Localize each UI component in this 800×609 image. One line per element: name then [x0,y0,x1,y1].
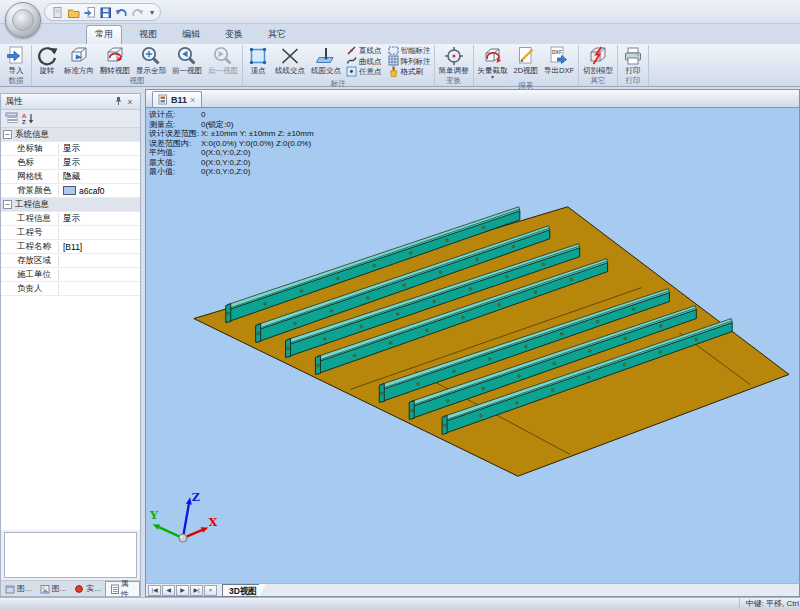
info-value: 0(X:0,Y:0,Z:0) [201,158,250,168]
property-row-projname[interactable]: 工程名称 [B11] [1,240,140,254]
tab-changyong[interactable]: 常用 [86,25,122,44]
export-dxf-button[interactable]: DXF 导出DXF [541,45,577,75]
cut-model-button[interactable]: 切割模型 [580,45,616,75]
flip-view-icon [104,45,126,66]
document-icon [158,94,168,105]
property-value[interactable]: 显示 [59,143,140,155]
property-value[interactable]: 显示 [59,213,140,225]
property-value[interactable]: 显示 [59,157,140,169]
property-row-gridline[interactable]: 网格线 隐藏 [1,170,140,184]
document-tab-bar: B11 × [145,89,800,107]
panel-tab-label: 实... [86,583,101,594]
application-menu-button[interactable] [5,2,41,38]
application-logo-icon [12,9,34,31]
next-tab-button[interactable]: ▶ [176,585,189,596]
import-button[interactable]: 导入 [2,45,30,75]
property-row-colorbar[interactable]: 色标 显示 [1,156,140,170]
property-value[interactable]: 隐藏 [59,171,140,183]
panel-tab-measured[interactable]: 实... [70,581,105,596]
categorized-view-icon[interactable] [5,112,18,126]
vertex-button[interactable]: 顶点 [244,45,272,75]
document-tab-b11[interactable]: B11 × [152,91,202,107]
new-icon[interactable] [51,6,64,19]
redo-icon[interactable] [131,6,144,19]
property-row-bgcolor[interactable]: 背景颜色 a6caf0 [1,184,140,198]
line-line-icon [279,45,301,66]
collapse-icon[interactable]: − [3,130,12,139]
format-brush-button[interactable]: 格式刷 [386,67,433,78]
section-system-info[interactable]: − 系统信息 [1,128,140,142]
properties-panel-header: 属性 × [1,94,140,110]
property-label: 负责人 [1,283,59,295]
property-row-company[interactable]: 施工单位 [1,268,140,282]
prev-tab-button[interactable]: ◀ [162,585,175,596]
property-value[interactable]: [B11] [59,242,140,252]
last-view-button[interactable]: ▶| [190,585,203,596]
import-icon[interactable] [83,6,96,19]
info-label: 平均值: [149,148,201,158]
button-label: 线线交点 [275,66,305,75]
button-label: 曲线点 [359,57,382,67]
scene-3d-model[interactable]: XYZ [146,108,799,583]
property-row-axis[interactable]: 坐标轴 显示 [1,142,140,156]
view-2d-button[interactable]: 2D视图 [511,45,542,75]
rotate-button[interactable]: 旋转 [33,45,61,75]
pin-icon[interactable] [112,96,124,108]
next-view-icon [212,45,234,66]
collapse-icon[interactable]: − [3,200,12,209]
previous-view-button[interactable]: 前一视图 [169,45,205,75]
zoom-all-icon [140,45,162,66]
flip-view-button[interactable]: 翻转视图 [97,45,133,75]
panel-tab-graphics[interactable]: 图... [36,581,71,596]
standard-orientation-button[interactable]: 标准方向 [61,45,97,75]
panel-tab-layers[interactable]: 图... [1,581,36,596]
next-view-button[interactable]: 后一视图 [205,45,241,75]
info-value: 0(X:0,Y:0,Z:0) [201,167,250,177]
tab-bianji[interactable]: 编辑 [174,26,208,44]
tab-shitu[interactable]: 视图 [131,26,165,44]
tab-bianhuan[interactable]: 变换 [217,26,251,44]
open-folder-icon[interactable] [67,6,80,19]
property-row-projinfo[interactable]: 工程信息 显示 [1,212,140,226]
save-icon[interactable] [99,6,112,19]
property-label: 工程信息 [1,213,59,225]
undo-icon[interactable] [115,6,128,19]
svg-text:DXF: DXF [552,49,562,55]
info-label: 设计误差范围: [149,129,201,139]
property-row-projno[interactable]: 工程号 [1,226,140,240]
bg-color-swatch[interactable] [63,186,76,195]
zoom-all-button[interactable]: 显示全部 [133,45,169,75]
property-label: 背景颜色 [1,185,59,197]
info-value: X:0(0.0%) Y:0(0.0%) Z:0(0.0%) [201,139,311,149]
any-point-button[interactable]: 任意点 [344,67,384,78]
section-project-info[interactable]: − 工程信息 [1,198,140,212]
viewport-3d[interactable]: XYZ 设计点:0 测量点:0(锁定:0) 设计误差范围:X: ±10mm Y:… [145,107,800,583]
close-icon[interactable]: × [190,96,195,104]
line-line-intersection-button[interactable]: 线线交点 [272,45,308,75]
qat-more-icon[interactable]: ▾ [147,8,154,17]
property-label: 色标 [1,157,59,169]
line-plane-intersection-button[interactable]: 线面交点 [308,45,344,75]
view-tab-3d[interactable]: 3D视图 [222,584,266,597]
properties-panel: 属性 × AZ − 系统信息 坐标轴 显示 色标 显示 [0,93,141,597]
vector-capture-button[interactable]: 矢量截取 ▾ [475,45,511,80]
panel-tab-properties[interactable]: 属性 [105,581,140,596]
first-view-button[interactable]: |◀ [148,585,161,596]
property-grid: − 系统信息 坐标轴 显示 色标 显示 网格线 隐藏 背景颜色 [1,128,140,296]
close-icon[interactable]: × [124,97,136,107]
button-label: 显示全部 [136,66,166,75]
simple-adjust-button[interactable]: 简单调整 [436,45,472,75]
properties-toolbar: AZ [1,110,140,128]
property-row-person[interactable]: 负责人 [1,282,140,296]
button-label: 切割模型 [583,66,613,75]
vertex-icon [247,45,269,66]
property-value[interactable]: a6caf0 [59,186,140,196]
property-row-area[interactable]: 存放区域 [1,254,140,268]
panel-title: 属性 [5,95,112,108]
close-view-button[interactable]: × [204,585,217,596]
print-button[interactable]: 打印 [619,45,647,75]
svg-text:Z: Z [22,119,26,124]
button-label: 导入 [9,66,24,75]
sort-alphabetical-icon[interactable]: AZ [22,112,36,126]
tab-qita[interactable]: 其它 [260,26,294,44]
